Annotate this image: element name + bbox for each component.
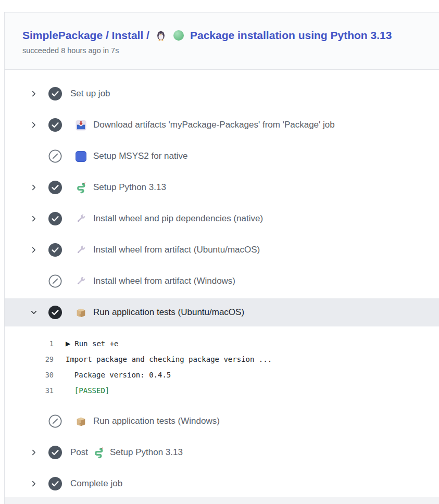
- step-label: Setup Python 3.13: [110, 447, 183, 458]
- step-row-install-wheel-windows[interactable]: Install wheel from artifact (Windows): [5, 266, 439, 297]
- expand-group-icon[interactable]: ▶: [66, 340, 70, 347]
- step-label: Setup MSYS2 for native: [93, 151, 187, 161]
- log-line: 1 ▶Run set +e: [5, 336, 439, 351]
- success-check-icon: [48, 118, 62, 132]
- run-title-text: Package installation using Python 3.13: [190, 28, 392, 43]
- chevron-spacer: [30, 417, 38, 425]
- bottom-strip: [5, 497, 439, 504]
- log-line: 30 Package version: 0.4.5: [5, 367, 439, 383]
- log-text: ▶Run set +e: [66, 339, 119, 348]
- step-label-group: Post Setup Python 3.13: [70, 446, 183, 459]
- skipped-icon: [48, 149, 62, 163]
- step-label: Install wheel from artifact (Windows): [93, 276, 235, 286]
- log-text-passed: [PASSED]: [66, 386, 109, 395]
- run-header: SimplePackage / Install / Package instal…: [5, 12, 439, 70]
- log-output: 1 ▶Run set +e 29 Import package and chec…: [5, 326, 439, 406]
- inbox-tray-icon: [74, 119, 87, 131]
- skipped-icon: [48, 274, 62, 288]
- snake-icon: [74, 181, 87, 194]
- package-icon: [74, 415, 87, 427]
- chevron-right-icon: [30, 90, 38, 98]
- chevron-spacer: [30, 152, 38, 160]
- step-label: Setup Python 3.13: [93, 182, 166, 193]
- breadcrumb[interactable]: SimplePackage / Install /: [22, 28, 149, 43]
- step-row-set-up-job[interactable]: Set up job: [5, 78, 439, 109]
- log-text: Package version: 0.4.5: [66, 371, 171, 379]
- step-row-setup-msys2[interactable]: Setup MSYS2 for native: [5, 141, 439, 172]
- blue-square-icon: [74, 150, 87, 162]
- success-check-icon: [48, 243, 62, 257]
- step-row-run-tests-ubuntu[interactable]: Run application tests (Ubuntu/macOS): [5, 298, 439, 326]
- log-line-number[interactable]: 31: [5, 386, 54, 395]
- success-check-icon: [48, 446, 62, 459]
- step-label: Set up job: [70, 89, 110, 99]
- run-status-line: succeeded 8 hours ago in 7s: [22, 46, 429, 56]
- log-line: 29 Import package and checking package v…: [5, 351, 439, 367]
- wrench-icon: [74, 244, 87, 256]
- step-label: Install wheel and pip dependencies (nati…: [93, 213, 263, 224]
- step-row-install-wheel-ubuntu[interactable]: Install wheel from artifact (Ubuntu/macO…: [5, 234, 439, 266]
- chevron-right-icon: [30, 121, 38, 129]
- package-icon: [74, 306, 87, 319]
- snake-icon: [92, 446, 105, 459]
- step-row-install-wheel-pip-native[interactable]: Install wheel and pip dependencies (nati…: [5, 203, 439, 234]
- run-title: SimplePackage / Install / Package instal…: [22, 28, 429, 43]
- step-label: Download artifacts 'myPackage-Packages' …: [93, 120, 335, 130]
- chevron-right-icon: [30, 480, 38, 488]
- log-line-number[interactable]: 30: [5, 371, 54, 379]
- step-label-prefix: Post: [70, 447, 88, 458]
- step-label: Install wheel from artifact (Ubuntu/macO…: [93, 245, 260, 255]
- log-text: Import package and checking package vers…: [66, 355, 272, 363]
- wrench-icon: [74, 212, 87, 225]
- penguin-icon: [155, 29, 167, 42]
- skipped-icon: [48, 414, 62, 428]
- wrench-icon: [74, 275, 87, 287]
- chevron-right-icon: [30, 246, 38, 254]
- step-label: Run application tests (Windows): [93, 416, 220, 426]
- green-circle-icon: [172, 29, 185, 42]
- log-line: 31 [PASSED]: [5, 383, 439, 398]
- step-row-post-setup-python[interactable]: Post Setup Python 3.13: [5, 437, 439, 468]
- success-check-icon: [48, 477, 62, 490]
- step-label: Run application tests (Ubuntu/macOS): [93, 307, 244, 318]
- log-command: Run set +e: [74, 339, 118, 348]
- step-label: Complete job: [70, 478, 122, 489]
- success-check-icon: [48, 212, 62, 225]
- job-run-panel: SimplePackage / Install / Package instal…: [4, 12, 439, 504]
- step-row-run-tests-windows[interactable]: Run application tests (Windows): [5, 406, 439, 437]
- log-line-number[interactable]: 29: [5, 355, 54, 363]
- log-line-number[interactable]: 1: [5, 339, 54, 348]
- chevron-right-icon: [30, 448, 38, 457]
- step-row-complete-job[interactable]: Complete job: [5, 468, 439, 499]
- success-check-icon: [48, 87, 62, 100]
- success-check-icon: [48, 306, 62, 319]
- step-row-download-artifacts[interactable]: Download artifacts 'myPackage-Packages' …: [5, 109, 439, 141]
- chevron-right-icon: [30, 183, 38, 192]
- chevron-spacer: [30, 277, 38, 285]
- step-row-setup-python[interactable]: Setup Python 3.13: [5, 172, 439, 203]
- chevron-down-icon: [30, 308, 38, 317]
- success-check-icon: [48, 181, 62, 194]
- steps-list: Set up job Download artifacts 'myPackage…: [5, 70, 439, 499]
- chevron-right-icon: [30, 215, 38, 223]
